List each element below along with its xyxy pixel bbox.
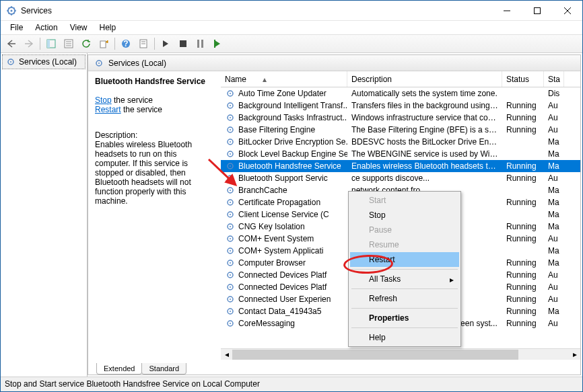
svg-point-33 [230, 129, 231, 130]
svg-point-23 [10, 61, 11, 63]
service-status-cell: Running [502, 221, 544, 232]
column-description[interactable]: Description [347, 71, 502, 87]
properties-button[interactable] [61, 36, 77, 51]
service-row[interactable]: BitLocker Drive Encryption Se...BDESVC h… [221, 136, 580, 148]
restart-link[interactable]: Restart [95, 105, 121, 114]
service-status-cell: Running [502, 112, 544, 123]
export-button[interactable] [96, 36, 112, 51]
service-icon [225, 124, 236, 135]
scroll-thumb[interactable] [232, 350, 518, 360]
service-desc-cell: The Base Filtering Engine (BFE) is a ser… [347, 124, 502, 135]
service-row[interactable]: Background Intelligent Transf...Transfer… [221, 100, 580, 112]
svg-point-39 [230, 165, 231, 167]
context-separator [351, 327, 458, 328]
help-button[interactable]: ? [118, 36, 134, 51]
service-desc-cell: The WBENGINE service is used by Wind... [347, 149, 502, 159]
minimize-button[interactable] [491, 1, 522, 21]
service-stype-cell: Ma [544, 149, 564, 159]
service-status-cell: Running [502, 258, 544, 268]
service-name-cell: Connected Devices Platf [221, 281, 347, 293]
tab-strip: Extended Standard [88, 360, 580, 375]
context-item-all-tasks[interactable]: All Tasks▸ [350, 272, 459, 286]
service-desc-cell: Enables wireless Bluetooth headsets to r… [347, 161, 502, 171]
service-stype-cell: Au [544, 233, 564, 244]
refresh-button[interactable] [78, 36, 94, 51]
show-hide-tree-button[interactable] [43, 36, 59, 51]
service-name-cell: Base Filtering Engine [221, 124, 347, 136]
scroll-left-button[interactable]: ◂ [221, 349, 232, 360]
menu-file[interactable]: File [5, 22, 28, 34]
context-item-help[interactable]: Help [350, 330, 459, 345]
service-name-cell: Bluetooth Support Servic [221, 172, 347, 184]
context-item-restart[interactable]: Restart [350, 252, 459, 267]
context-item-stop[interactable]: Stop [350, 208, 459, 223]
svg-rect-3 [534, 7, 540, 13]
service-stype-cell: Au [544, 112, 564, 123]
service-icon [225, 112, 236, 123]
menu-view[interactable]: View [65, 22, 93, 34]
svg-point-57 [230, 274, 231, 276]
service-status-cell: Running [502, 161, 544, 171]
tab-extended[interactable]: Extended [96, 363, 142, 375]
svg-rect-19 [197, 40, 199, 48]
pause-service-button[interactable] [193, 36, 209, 51]
pane-content: Bluetooth Handsfree Service Stop the ser… [88, 71, 580, 360]
service-stype-cell: Ma [544, 245, 564, 256]
service-status-cell: Running [502, 100, 544, 111]
scroll-right-button[interactable]: ▸ [569, 349, 580, 360]
service-status-cell [502, 93, 544, 94]
service-stype-cell: Au [544, 318, 564, 329]
service-stype-cell: Au [544, 124, 564, 135]
svg-rect-7 [47, 40, 50, 48]
svg-point-55 [230, 262, 231, 264]
column-status[interactable]: Status [502, 71, 544, 87]
menu-help[interactable]: Help [94, 22, 122, 34]
svg-point-51 [230, 238, 231, 239]
service-row[interactable]: Block Level Backup Engine Se...The WBENG… [221, 148, 580, 160]
column-startup-type[interactable]: Sta [544, 71, 564, 87]
service-desc-cell: BDESVC hosts the BitLocker Drive Encry..… [347, 136, 502, 147]
close-button[interactable] [552, 1, 582, 21]
services-icon [5, 56, 16, 67]
service-name-cell: Background Tasks Infrastruct... [221, 112, 347, 124]
window-title: Services [21, 6, 491, 15]
tab-standard[interactable]: Standard [141, 363, 186, 375]
menu-action[interactable]: Action [30, 22, 63, 34]
context-item-refresh[interactable]: Refresh [350, 291, 459, 306]
stop-service-button[interactable] [175, 36, 191, 51]
menubar: File Action View Help [1, 21, 582, 34]
service-status-cell: Running [502, 282, 544, 292]
restart-service-button[interactable] [210, 36, 226, 51]
service-row[interactable]: Background Tasks Infrastruct...Windows i… [221, 112, 580, 124]
horizontal-scrollbar[interactable]: ◂ ▸ [221, 348, 580, 360]
stop-link[interactable]: Stop [95, 95, 112, 105]
service-icon [225, 294, 236, 305]
properties-sheet-button[interactable] [135, 36, 151, 51]
service-stype-cell: Au [544, 173, 564, 184]
tree-node-services-local[interactable]: Services (Local) [2, 54, 85, 69]
svg-point-65 [230, 323, 231, 324]
service-icon [225, 258, 236, 268]
svg-point-31 [230, 117, 231, 118]
service-status-cell [502, 190, 544, 191]
context-item-properties[interactable]: Properties [350, 311, 459, 325]
scroll-track[interactable] [232, 349, 569, 360]
back-button[interactable] [3, 36, 20, 51]
forward-button[interactable] [21, 36, 37, 51]
context-item-pause: Pause [350, 223, 459, 237]
service-status-cell: Running [502, 124, 544, 135]
start-service-button[interactable] [158, 36, 174, 51]
maximize-button[interactable] [522, 1, 552, 21]
column-name[interactable]: Name ▴ [221, 71, 347, 87]
svg-point-35 [230, 141, 231, 143]
service-stype-cell: Au [544, 294, 564, 305]
svg-point-41 [230, 178, 231, 179]
submenu-arrow-icon: ▸ [450, 275, 454, 284]
service-status-cell: Running [502, 173, 544, 184]
svg-text:?: ? [123, 39, 128, 48]
service-row[interactable]: Bluetooth Support Servicce supports disc… [221, 172, 580, 184]
service-row[interactable]: Auto Time Zone UpdaterAutomatically sets… [221, 87, 580, 100]
service-row[interactable]: Bluetooth Handsfree ServiceEnables wirel… [221, 160, 580, 172]
services-icon [6, 5, 17, 16]
service-row[interactable]: Base Filtering EngineThe Base Filtering … [221, 124, 580, 136]
